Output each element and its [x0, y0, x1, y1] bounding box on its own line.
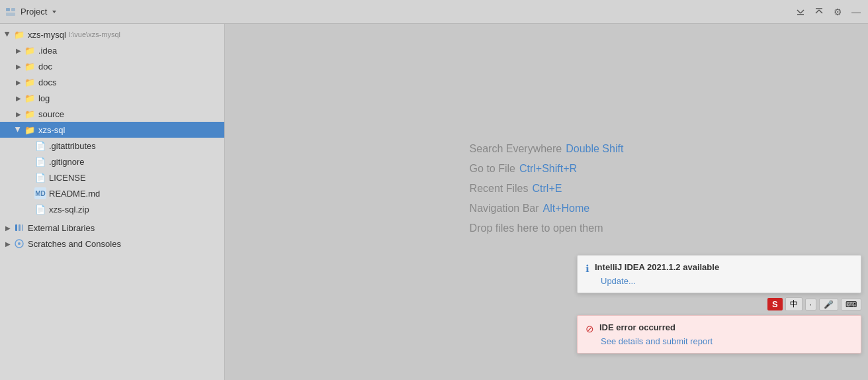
svg-rect-2 [11, 8, 15, 11]
item-label: LICENSE [49, 173, 86, 183]
svg-rect-0 [6, 8, 10, 11]
collapse-icon [796, 7, 805, 17]
tree-item-docs[interactable]: ▶ 📁 docs [0, 74, 224, 90]
folder-icon: 📁 [24, 76, 36, 88]
project-icon [5, 7, 16, 17]
svg-rect-10 [15, 224, 17, 231]
item-label: xzs-sql.zip [49, 205, 89, 214]
hint-label: Drop files here to open them [470, 222, 603, 234]
external-lib-icon [13, 222, 25, 234]
main-layout: ▶ 📁 xzs-mysql l:\vue\xzs-mysql ▶ 📁 .idea… [0, 24, 868, 380]
svg-line-8 [819, 10, 822, 13]
tray-kbd-icon[interactable]: ⌨ [841, 299, 861, 310]
tree-item-xzs-sql[interactable]: ▶ 📁 xzs-sql [0, 122, 224, 138]
info-icon: ℹ [586, 263, 589, 275]
hint-shortcut: Ctrl+Shift+R [519, 163, 577, 175]
svg-marker-3 [52, 11, 56, 13]
svg-rect-12 [22, 224, 23, 231]
hint-row-recent: Recent Files Ctrl+E [470, 183, 624, 195]
chevron-icon: ▶ [3, 238, 13, 249]
hint-label: Go to File [470, 163, 515, 175]
folder-icon: 📁 [24, 124, 36, 136]
update-link[interactable]: Update... [601, 276, 851, 286]
md-icon: MD [34, 187, 46, 199]
svg-point-14 [18, 242, 21, 245]
tree-item-xzs-mysql[interactable]: ▶ 📁 xzs-mysql l:\vue\xzs-mysql [0, 26, 224, 42]
tree-item-doc[interactable]: ▶ 📁 doc [0, 58, 224, 74]
minimize-button[interactable]: — [849, 5, 863, 19]
chevron-icon: ▶ [13, 77, 24, 87]
file-icon: 📄 [34, 140, 46, 152]
item-path: l:\vue\xzs-mysql [69, 30, 120, 38]
top-bar: Project ⚙ — [0, 0, 868, 24]
hint-label: Search Everywhere [470, 143, 562, 155]
notif-top: ℹ IntelliJ IDEA 2021.1.2 available [586, 262, 851, 275]
hint-shortcut: Ctrl+E [533, 183, 562, 195]
notifications-panel: ℹ IntelliJ IDEA 2021.1.2 available Updat… [577, 255, 861, 354]
svg-rect-11 [19, 224, 21, 231]
hint-row-search: Search Everywhere Double Shift [470, 143, 624, 155]
dropdown-icon [51, 9, 58, 15]
item-label: log [38, 93, 50, 103]
folder-icon: 📁 [13, 28, 25, 40]
notif-title: IntelliJ IDEA 2021.1.2 available [595, 262, 719, 272]
svg-rect-1 [6, 13, 15, 16]
item-label: Scratches and Consoles [28, 239, 121, 249]
notif-title: IDE error occurred [599, 322, 675, 332]
project-sidebar: ▶ 📁 xzs-mysql l:\vue\xzs-mysql ▶ 📁 .idea… [0, 24, 225, 380]
folder-icon: 📁 [24, 92, 36, 104]
item-label: source [38, 109, 64, 119]
tree-item-license[interactable]: ▶ 📄 LICENSE [0, 169, 224, 185]
error-details-link[interactable]: See details and submit report [601, 336, 851, 346]
tree-item-readme[interactable]: ▶ MD README.md [0, 185, 224, 201]
folder-icon: 📁 [24, 60, 36, 72]
chevron-icon: ▶ [3, 222, 13, 233]
file-icon: 📄 [34, 171, 46, 183]
error-icon: ⊘ [586, 323, 594, 335]
folder-icon: 📁 [24, 44, 36, 56]
collapse-all-button[interactable] [794, 5, 807, 19]
tree-item-xzs-sql-zip[interactable]: ▶ 📄 xzs-sql.zip [0, 201, 224, 217]
tray-zh-label[interactable]: 中 [785, 297, 803, 311]
toolbar-icons: ⚙ — [794, 5, 863, 19]
tree-item-source[interactable]: ▶ 📁 source [0, 106, 224, 122]
svg-line-5 [801, 10, 804, 13]
hint-row-goto: Go to File Ctrl+Shift+R [470, 163, 624, 175]
settings-button[interactable]: ⚙ [831, 5, 844, 19]
scratches-icon [13, 238, 25, 250]
tray-mic-icon[interactable]: 🎤 [819, 299, 838, 310]
update-notification: ℹ IntelliJ IDEA 2021.1.2 available Updat… [577, 255, 861, 293]
tree-item-gitignore[interactable]: ▶ 📄 .gitignore [0, 154, 224, 169]
item-label: xzs-sql [38, 125, 65, 135]
item-label: docs [38, 77, 56, 87]
hint-label: Navigation Bar [470, 203, 539, 214]
notif-top: ⊘ IDE error occurred [586, 322, 851, 335]
panel-title: Project [5, 7, 58, 17]
tree-item-log[interactable]: ▶ 📁 log [0, 90, 224, 106]
tray-dot-label[interactable]: · [805, 299, 816, 310]
tray-sogou-icon[interactable]: S [767, 298, 783, 310]
expand-all-button[interactable] [812, 5, 826, 19]
tree-item-gitattributes[interactable]: ▶ 📄 .gitattributes [0, 138, 224, 154]
chevron-icon: ▶ [13, 124, 24, 135]
hint-label: Recent Files [470, 183, 529, 195]
svg-line-4 [797, 10, 801, 13]
hint-block: Search Everywhere Double Shift Go to Fil… [470, 143, 624, 234]
item-label: doc [38, 62, 52, 71]
tree-item-idea[interactable]: ▶ 📁 .idea [0, 42, 224, 58]
svg-line-7 [816, 10, 819, 13]
item-label: .idea [38, 46, 57, 56]
library-icon-svg [14, 222, 24, 233]
tree-item-scratches[interactable]: ▶ Scratches and Consoles [0, 236, 224, 252]
system-tray: S 中 · 🎤 ⌨ [577, 295, 861, 314]
error-notification: ⊘ IDE error occurred See details and sub… [577, 315, 861, 354]
content-area: Search Everywhere Double Shift Go to Fil… [225, 24, 868, 380]
chevron-icon: ▶ [13, 61, 24, 71]
item-label: .gitattributes [49, 141, 96, 151]
hint-row-navbar: Navigation Bar Alt+Home [470, 203, 624, 214]
tree-item-external-libraries[interactable]: ▶ External Libraries [0, 220, 224, 236]
chevron-icon: ▶ [13, 93, 24, 103]
item-label: README.md [49, 189, 100, 199]
hint-shortcut: Alt+Home [543, 203, 590, 214]
expand-icon [814, 7, 824, 17]
